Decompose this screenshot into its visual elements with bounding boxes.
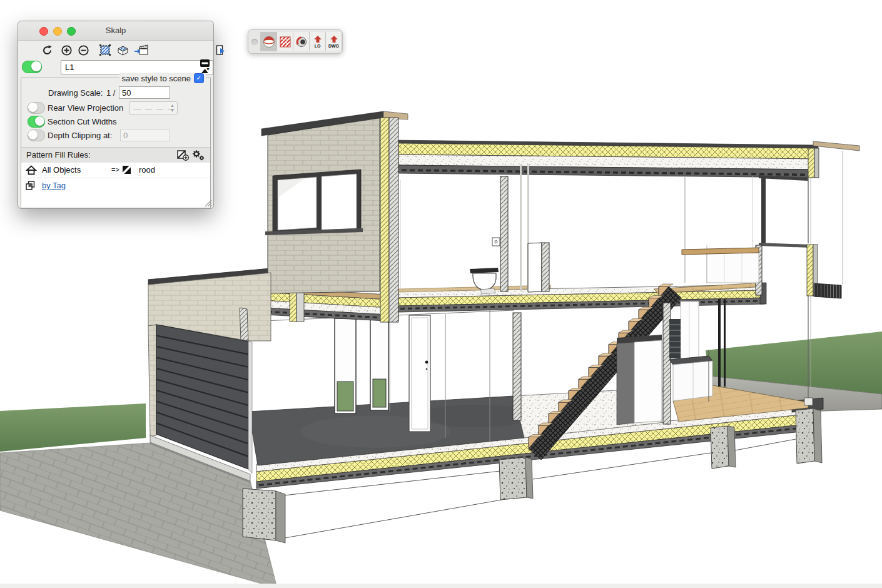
by-tag-link[interactable]: by Tag bbox=[42, 181, 66, 190]
mezzanine-desk bbox=[682, 248, 759, 283]
page-export-icon bbox=[215, 44, 226, 56]
depth-clipping-toggle[interactable] bbox=[28, 129, 45, 141]
upper-right-room bbox=[682, 175, 811, 295]
select-stepper-icon: ▲▼ bbox=[170, 103, 175, 113]
skalp-materials-button[interactable] bbox=[293, 32, 309, 51]
sphere-swirl-icon bbox=[295, 36, 308, 48]
layer-dropdown[interactable]: L1 ▲▼ bbox=[61, 60, 213, 74]
plus-circle-icon bbox=[61, 44, 73, 56]
minus-circle-icon bbox=[78, 44, 89, 56]
solid-section-button[interactable] bbox=[114, 42, 131, 58]
depth-clipping-input[interactable] bbox=[120, 129, 170, 141]
rule-row-by-tag[interactable]: by Tag bbox=[21, 178, 210, 193]
layers-icon bbox=[25, 180, 36, 191]
scene-export-icon bbox=[134, 44, 149, 56]
refresh-icon bbox=[41, 44, 53, 56]
export-layout-button[interactable]: LO bbox=[309, 32, 325, 51]
save-style-label: save style to scene bbox=[121, 74, 191, 83]
rules-settings-button[interactable] bbox=[191, 149, 205, 163]
skalp-logo-icon bbox=[262, 35, 276, 49]
drawing-scale-input[interactable] bbox=[119, 86, 170, 99]
depth-clipping-label: Depth Clipping at: bbox=[48, 131, 112, 140]
collapse-icon bbox=[200, 59, 211, 74]
rules-empty-area bbox=[21, 193, 210, 208]
rule-arrow: => bbox=[111, 166, 119, 173]
resize-grip[interactable] bbox=[203, 198, 212, 207]
add-rule-button[interactable] bbox=[176, 150, 189, 163]
exterior-grate bbox=[814, 283, 841, 298]
bathroom bbox=[400, 165, 549, 294]
rear-view-label: Rear View Projection bbox=[48, 103, 123, 113]
canvas-bottom-edge bbox=[0, 584, 882, 588]
hatch-square-icon bbox=[99, 44, 111, 56]
section-cut-widths-label: Section Cut Widths bbox=[48, 117, 117, 126]
upper-brick-volume bbox=[261, 111, 408, 322]
remove-section-button[interactable] bbox=[75, 42, 91, 58]
first-floor-slab bbox=[398, 283, 766, 312]
section-cut-widths-toggle[interactable] bbox=[28, 116, 45, 128]
up-arrow-icon bbox=[312, 36, 324, 43]
dwg-label: DWG bbox=[328, 44, 339, 48]
rule-scope: All Objects bbox=[42, 165, 81, 175]
layer-dropdown-value: L1 bbox=[65, 63, 74, 72]
pattern-rules-title: Pattern Fill Rules: bbox=[26, 150, 91, 160]
rear-view-toggle[interactable] bbox=[28, 102, 45, 114]
glazed-door-1 bbox=[335, 318, 356, 413]
house-icon bbox=[26, 165, 37, 176]
upper-window bbox=[265, 170, 363, 235]
rule-material: rood bbox=[139, 165, 155, 175]
glazed-door-2 bbox=[370, 317, 388, 410]
titlebar[interactable]: Skalp bbox=[18, 21, 213, 41]
hatch-cube-icon bbox=[116, 44, 129, 56]
pattern-rules-header: Pattern Fill Rules: bbox=[21, 147, 210, 163]
skalp-window: Skalp bbox=[18, 21, 214, 209]
interior-door bbox=[409, 315, 430, 432]
red-hatch-icon bbox=[279, 36, 291, 48]
settings-group: Drawing Scale: 1 / Rear View Projection … bbox=[21, 78, 211, 208]
hatch-pattern-button[interactable] bbox=[276, 32, 293, 51]
refresh-button[interactable] bbox=[39, 42, 55, 58]
main-roof-band bbox=[393, 140, 859, 285]
save-style-checkbox[interactable] bbox=[194, 73, 204, 83]
drawing-scale-prefix: 1 / bbox=[106, 88, 115, 98]
section-fill-button[interactable] bbox=[97, 42, 113, 58]
pattern-add-icon bbox=[176, 150, 189, 161]
export-toolbar: LO DWG bbox=[248, 29, 343, 54]
save-style-legend: save style to scene bbox=[119, 73, 206, 83]
skalp-enable-toggle[interactable] bbox=[22, 61, 42, 73]
toolbar-drag-handle[interactable] bbox=[251, 39, 258, 45]
skalp-section-button[interactable] bbox=[260, 32, 276, 51]
export-panel-button[interactable] bbox=[212, 42, 228, 58]
drawing-scale-label: Drawing Scale: bbox=[48, 88, 103, 98]
rear-view-style-select[interactable]: — — — — ▲▼ bbox=[129, 101, 178, 114]
up-arrow-icon bbox=[328, 36, 340, 43]
send-to-scene-button[interactable] bbox=[133, 42, 150, 58]
add-section-button[interactable] bbox=[58, 42, 74, 58]
window-title: Skalp bbox=[18, 26, 213, 35]
rule-row-all-objects[interactable]: All Objects => rood bbox=[21, 163, 210, 178]
gear-icon bbox=[191, 149, 205, 161]
export-dwg-button[interactable]: DWG bbox=[325, 32, 342, 51]
layout-label: LO bbox=[315, 44, 321, 48]
material-swatch bbox=[122, 165, 132, 175]
